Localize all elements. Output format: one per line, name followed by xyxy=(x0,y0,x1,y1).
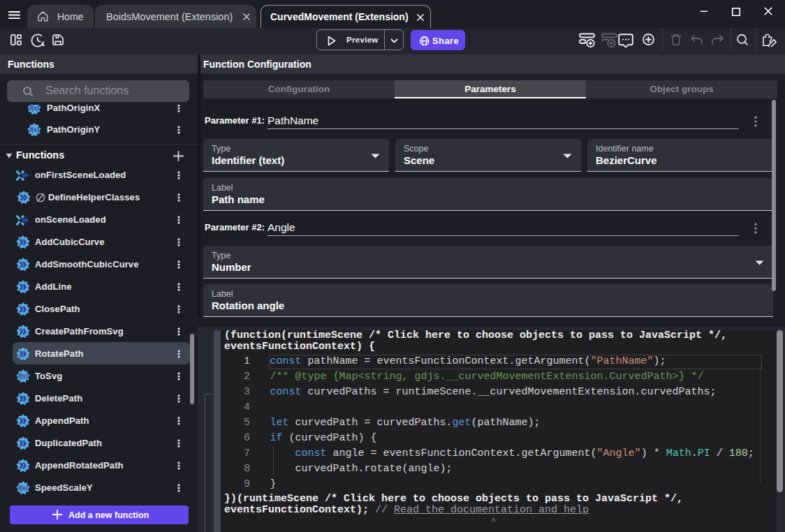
svg-text:f(x): f(x) xyxy=(18,373,27,380)
svg-text:f(x): f(x) xyxy=(29,105,38,112)
svg-text:f(x): f(x) xyxy=(18,485,27,492)
svg-text:f(x): f(x) xyxy=(29,126,38,133)
